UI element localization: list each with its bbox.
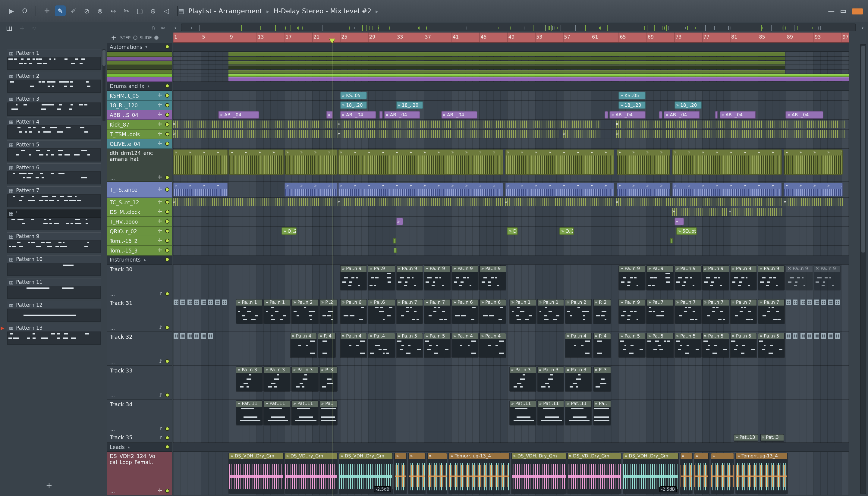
track-header-18_R-_120[interactable]: 18_R.._120✛	[107, 100, 172, 110]
vertical-scrollbar-thumb[interactable]	[862, 46, 865, 252]
mute-led[interactable]	[165, 257, 169, 262]
clip-Pa..n-9[interactable]: » Pa..n 9	[396, 265, 423, 291]
clip-Pa..n-5[interactable]: » Pa..n 5	[730, 333, 757, 358]
clip-Pa..n-7[interactable]: » Pa..n 7	[674, 299, 701, 324]
clip-Pa..5[interactable]: » Pa..5	[647, 333, 673, 358]
clip[interactable]: »	[674, 218, 684, 226]
clip[interactable]: »	[337, 130, 559, 138]
track-header-Track-33[interactable]: Track 33...♪	[107, 366, 172, 400]
clip-Pa..n-5[interactable]: » Pa..n 5	[758, 333, 785, 358]
clip-Pa..n-6[interactable]: » Pa..n 6	[451, 299, 479, 324]
slice-tool-icon[interactable]: ✂	[121, 5, 132, 16]
clip[interactable]	[605, 111, 608, 119]
clip[interactable]: »	[396, 218, 404, 226]
mute-led[interactable]	[165, 84, 169, 88]
track-header-Tom-15_2[interactable]: Tom..-15_2✛	[107, 236, 172, 246]
clip[interactable]: »»»»	[284, 183, 338, 197]
play-icon[interactable]: ▶	[6, 5, 17, 16]
maximize-button[interactable]: ▭	[840, 7, 846, 15]
playhead-marker[interactable]	[329, 38, 336, 43]
clip-Pa..n-3[interactable]: » Pa..n 3	[292, 367, 319, 392]
pattern-selector-icon[interactable]: Ш	[6, 25, 12, 32]
clip-Pa..n-4[interactable]: » Pa..n 4	[479, 333, 506, 358]
pan-cross-icon[interactable]: ✛	[158, 487, 162, 494]
clip[interactable]: »	[710, 453, 734, 494]
clip-P..3[interactable]: » P..3	[319, 367, 337, 392]
clip-P..3[interactable]: » P..3	[593, 367, 611, 392]
clip[interactable]: »»»»»	[784, 150, 843, 175]
pattern-name-row[interactable]: ▦Pattern 7	[7, 186, 100, 195]
clip[interactable]	[201, 299, 214, 307]
clip[interactable]: »»»»	[284, 150, 338, 175]
clip-Pa..n-1[interactable]: » Pa..n 1	[509, 299, 537, 324]
clip-Pat..11[interactable]: » Pat..11	[509, 400, 537, 425]
clip-Pa..n-3[interactable]: » Pa..n 3	[509, 367, 537, 392]
track-lane[interactable]	[173, 236, 849, 246]
clip-Q..2[interactable]: » Q..2	[559, 227, 574, 235]
clip-KS..05[interactable]: » KS..05	[618, 92, 646, 99]
clip[interactable]	[827, 333, 840, 341]
clip-DS_VDH..Dry_Gm[interactable]: » DS_VDH..Dry_Gm-2.5dB	[623, 453, 679, 494]
minimize-button[interactable]: —	[828, 7, 835, 15]
clip-Pa..n-4[interactable]: » Pa..n 4	[451, 333, 479, 358]
clip-AB.._04[interactable]: » AB.._04	[609, 111, 646, 119]
clip-DS_VDH..Dry_Gm[interactable]: » DS_VDH..Dry_Gm	[229, 453, 284, 494]
clip-Pat..11[interactable]: » Pat..11	[565, 400, 592, 425]
clip[interactable]: »»»»	[229, 150, 284, 175]
mute-led[interactable]	[165, 325, 169, 330]
step-toggle[interactable]	[133, 35, 137, 40]
clip-Pa..n-3[interactable]: » Pa..n 3	[236, 367, 263, 392]
clip-Pat..11[interactable]: » Pat..11	[537, 400, 564, 425]
clip-Pa..n-9[interactable]: ✕ Pa..n 9	[786, 265, 813, 291]
track-lane[interactable]: » Pa..n 9» Pa..9» Pa..n 9» Pa..n 9» Pa..…	[173, 265, 849, 298]
clip[interactable]: »»»»»»»»	[672, 183, 781, 197]
track-lane[interactable]: »»	[173, 217, 849, 227]
clip[interactable]: »	[505, 198, 615, 206]
pan-cross-icon[interactable]: ✛	[158, 218, 162, 224]
track-lane[interactable]: »»»»	[173, 129, 849, 139]
clip-Pa..n-1[interactable]: » Pa..n 1	[263, 299, 291, 324]
track-header-Track-35[interactable]: Track 35♪	[107, 433, 172, 443]
clip-Pat..13[interactable]: » Pat..13	[733, 434, 759, 442]
clip[interactable]	[229, 57, 785, 60]
clip-Pa..n-3[interactable]: » Pa..n 3	[537, 367, 564, 392]
group-header-automations[interactable]: Automations▾	[107, 43, 172, 52]
pattern-item[interactable]: ▦Pattern 10	[7, 255, 100, 278]
track-header-QRIO-r_02[interactable]: QRIO..r_02✛	[107, 227, 172, 236]
clip-Pat..11[interactable]: » Pat..11	[292, 400, 319, 425]
pattern-item[interactable]: ▦Pattern 7	[7, 186, 100, 209]
mute-led[interactable]	[165, 219, 169, 223]
track-lane[interactable]: » KS..05» KS..05	[173, 91, 849, 100]
mute-led[interactable]	[165, 103, 169, 107]
clip-Pa..n-7[interactable]: » Pa..n 7	[396, 299, 423, 324]
clip[interactable]	[379, 111, 383, 119]
track-lane[interactable]: » Q..2» D..» Q..2» 5O..ot	[173, 227, 849, 236]
pan-cross-icon[interactable]: ✛	[158, 92, 162, 98]
clip-Pa..9[interactable]: » Pa..9	[647, 265, 673, 291]
clip-Pa..n-2[interactable]: » Pa..n 2	[292, 299, 319, 324]
clip-Pa..9[interactable]: » Pa..9	[368, 265, 395, 291]
clip[interactable]: »	[728, 208, 782, 216]
clip[interactable]: »	[427, 453, 447, 494]
pattern-scrollbar-thumb[interactable]	[103, 50, 106, 66]
track-lane[interactable]	[173, 255, 849, 265]
automation-lane-header[interactable]	[107, 52, 172, 57]
draw-tool-icon[interactable]: ✎	[55, 5, 66, 16]
clip[interactable]	[187, 333, 200, 341]
pattern-name-row[interactable]: ▦Pattern 2	[7, 72, 100, 80]
track-lane[interactable]: » AB.._04»» AB.._04» AB.._04» AB.._04» A…	[173, 110, 849, 120]
clip-Q..2[interactable]: » Q..2	[281, 227, 296, 235]
track-lane[interactable]	[173, 70, 849, 74]
clip[interactable]: »	[616, 198, 782, 206]
pan-cross-icon[interactable]: ✛	[158, 130, 162, 137]
clip-Pa..n-1[interactable]: » Pa..n 1	[236, 299, 263, 324]
track-lane[interactable]	[173, 52, 849, 57]
clip[interactable]: »»»»»	[784, 183, 843, 197]
pattern-name-row[interactable]: ▦Pattern 6	[7, 163, 100, 172]
track-lane[interactable]	[173, 246, 849, 255]
clip[interactable]	[786, 299, 799, 307]
clip-DS_VDH..Dry_Gm[interactable]: » DS_VDH..Dry_Gm-2.5dB	[339, 453, 393, 494]
pattern-preview[interactable]	[7, 172, 100, 184]
track-lane[interactable]: » Pa..n 3» Pa..n 3» Pa..n 3» P..3» Pa..n…	[173, 366, 849, 400]
clip[interactable]	[229, 65, 785, 69]
